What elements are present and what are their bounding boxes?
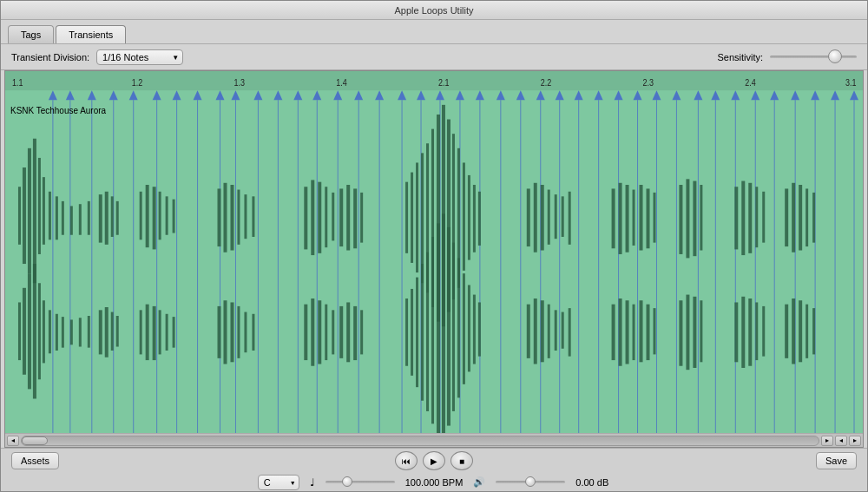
- svg-rect-229: [555, 310, 557, 351]
- svg-rect-102: [70, 206, 73, 234]
- svg-rect-96: [33, 139, 36, 284]
- svg-text:KSNK Techhouse Aurora: KSNK Techhouse Aurora: [10, 104, 106, 115]
- rewind-icon: ⏮: [402, 456, 411, 466]
- svg-rect-247: [762, 306, 765, 357]
- svg-rect-131: [411, 173, 413, 263]
- svg-rect-178: [43, 300, 45, 363]
- sensitivity-slider[interactable]: [770, 51, 857, 63]
- svg-rect-208: [353, 306, 357, 360]
- svg-rect-182: [70, 319, 73, 344]
- bpm-slider[interactable]: [326, 477, 395, 488]
- svg-rect-118: [237, 190, 240, 245]
- svg-rect-125: [332, 193, 334, 241]
- tab-bar: Tags Transients: [1, 20, 867, 44]
- svg-rect-246: [755, 302, 758, 360]
- svg-rect-194: [173, 317, 175, 348]
- svg-rect-120: [252, 196, 254, 237]
- svg-rect-129: [360, 193, 363, 243]
- svg-text:3.1: 3.1: [845, 77, 856, 88]
- svg-rect-100: [56, 196, 58, 239]
- svg-rect-107: [111, 196, 114, 237]
- svg-text:2.3: 2.3: [643, 77, 654, 88]
- tab-tags[interactable]: Tags: [8, 25, 54, 43]
- waveform-area: 1.1 1.2 1.3 1.4 2.1 2.2 2.3 2.4 3.1: [4, 70, 864, 448]
- svg-rect-248: [785, 305, 788, 358]
- svg-rect-252: [812, 308, 815, 354]
- scroll-left-button[interactable]: ◂: [7, 436, 19, 446]
- window-title: Apple Loops Utility: [394, 5, 473, 16]
- svg-rect-101: [62, 201, 64, 235]
- svg-rect-145: [527, 188, 530, 246]
- svg-rect-234: [626, 300, 629, 364]
- svg-rect-170: [799, 185, 802, 250]
- svg-rect-130: [405, 182, 408, 253]
- key-select[interactable]: C C# D D# E F F# G G# A A# B: [258, 475, 299, 490]
- svg-rect-115: [218, 188, 221, 246]
- svg-rect-185: [99, 310, 102, 354]
- svg-rect-160: [686, 179, 689, 258]
- svg-rect-240: [686, 295, 689, 371]
- svg-rect-204: [325, 305, 327, 360]
- svg-rect-190: [146, 305, 149, 360]
- stop-button[interactable]: ■: [450, 451, 473, 470]
- svg-rect-152: [612, 188, 615, 248]
- svg-rect-142: [468, 175, 470, 260]
- tab-transients[interactable]: Transients: [56, 25, 126, 43]
- svg-rect-236: [640, 300, 643, 362]
- nav-next-button[interactable]: ▸: [849, 436, 861, 446]
- svg-rect-159: [679, 185, 682, 254]
- transient-division-select[interactable]: 1/4 Notes 1/8 Notes 1/16 Notes 1/32 Note…: [96, 49, 183, 65]
- svg-rect-110: [146, 185, 149, 247]
- nav-prev-button[interactable]: ◂: [835, 436, 847, 446]
- svg-rect-221: [463, 273, 465, 384]
- rewind-button[interactable]: ⏮: [395, 451, 418, 470]
- transport-controls: ⏮ ▶ ■: [395, 451, 473, 470]
- svg-rect-173: [18, 302, 21, 360]
- key-select-wrapper: C C# D D# E F F# G G# A A# B: [258, 475, 299, 490]
- svg-rect-172: [812, 193, 815, 243]
- svg-rect-126: [339, 188, 343, 246]
- svg-rect-191: [153, 306, 156, 360]
- save-button[interactable]: Save: [816, 452, 857, 469]
- scrollbar-track[interactable]: [21, 436, 819, 446]
- svg-rect-241: [693, 297, 696, 368]
- volume-slider[interactable]: [496, 477, 565, 488]
- svg-rect-189: [140, 310, 142, 354]
- svg-rect-146: [534, 183, 537, 253]
- svg-rect-224: [478, 302, 481, 356]
- svg-rect-163: [734, 187, 738, 249]
- title-bar: Apple Loops Utility: [1, 1, 867, 20]
- svg-rect-114: [173, 200, 175, 233]
- params-row: C C# D D# E F F# G G# A A# B ♩ 100.000: [1, 473, 867, 491]
- svg-rect-249: [792, 298, 795, 364]
- play-button[interactable]: ▶: [423, 451, 445, 470]
- svg-rect-239: [679, 300, 682, 365]
- svg-rect-148: [548, 190, 550, 245]
- svg-rect-202: [311, 298, 314, 366]
- assets-button[interactable]: Assets: [11, 452, 59, 469]
- svg-rect-228: [548, 305, 550, 358]
- svg-rect-193: [166, 314, 168, 351]
- svg-rect-180: [56, 314, 58, 351]
- svg-rect-211: [411, 289, 413, 376]
- svg-rect-181: [62, 317, 64, 348]
- scrollbar-thumb[interactable]: [22, 436, 48, 445]
- svg-rect-197: [230, 302, 233, 362]
- svg-rect-103: [79, 204, 82, 235]
- svg-text:1.1: 1.1: [12, 77, 23, 88]
- svg-rect-209: [360, 310, 363, 354]
- speaker-icon: 🔊: [473, 476, 485, 488]
- svg-rect-216: [437, 223, 440, 435]
- svg-text:1.4: 1.4: [336, 77, 346, 88]
- svg-rect-161: [693, 181, 696, 257]
- svg-rect-226: [534, 298, 537, 364]
- svg-rect-232: [612, 305, 615, 360]
- svg-rect-213: [421, 264, 424, 401]
- svg-rect-108: [116, 201, 119, 235]
- sensitivity-area: Sensitivity:: [717, 51, 857, 63]
- svg-rect-166: [755, 187, 758, 247]
- svg-rect-132: [416, 162, 418, 272]
- svg-rect-188: [116, 316, 119, 347]
- svg-rect-219: [452, 243, 455, 411]
- scroll-right-button[interactable]: ▸: [821, 436, 833, 446]
